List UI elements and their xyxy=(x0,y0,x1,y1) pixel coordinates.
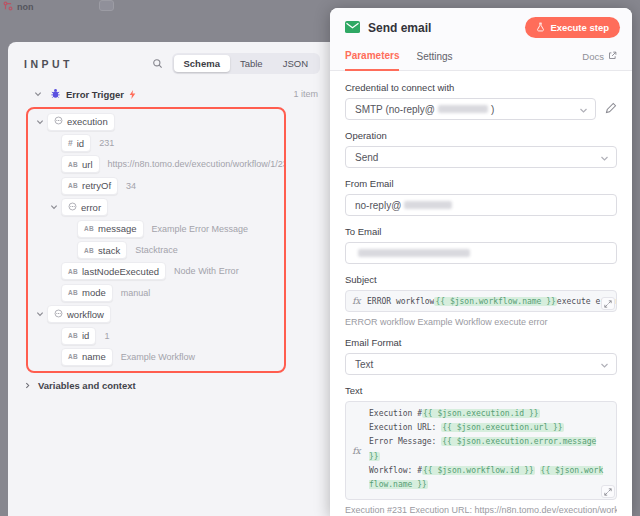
schema-row-mode[interactable]: ABmode manual xyxy=(28,282,284,303)
chevron-down-icon[interactable] xyxy=(47,203,61,211)
subject-preview: ERROR workflow Example Workflow execute … xyxy=(345,317,617,327)
tab-json[interactable]: JSON xyxy=(273,55,318,72)
schema-value: Node With Error xyxy=(174,266,239,276)
subject-label: Subject xyxy=(345,274,617,285)
schema-key-pill[interactable]: #id xyxy=(61,134,91,152)
schema-key-pill[interactable]: ABlastNodeExecuted xyxy=(61,262,166,280)
code-line: Workflow: #{{ $json.workflow.id }} {{ $j… xyxy=(369,464,606,492)
schema-value: Example Workflow xyxy=(121,352,195,362)
schema-key: mode xyxy=(82,287,106,298)
object-type-icon xyxy=(54,309,63,320)
schema-row-workflow-name[interactable]: ABname Example Workflow xyxy=(28,346,284,367)
schema-row-id[interactable]: #id 231 xyxy=(28,132,284,153)
schema-key-pill[interactable]: execution xyxy=(47,113,115,131)
schema-key-pill[interactable]: ABstack xyxy=(77,241,127,259)
schema-value: 34 xyxy=(126,181,136,191)
background-canvas-node: non xyxy=(3,1,34,13)
credential-value: SMTP (no-reply@ xyxy=(355,104,435,115)
schema-row-workflow[interactable]: workflow xyxy=(28,304,284,325)
text-expression-editor[interactable]: fx Execution #{{ $json.execution.id }} E… xyxy=(345,401,617,500)
schema-row-stack[interactable]: ABstack Stacktrace xyxy=(28,239,284,260)
docs-link[interactable]: Docs xyxy=(582,51,617,62)
chevron-down-icon[interactable] xyxy=(33,118,47,126)
from-email-label: From Email xyxy=(345,178,617,189)
schema-key-pill[interactable]: ABmode xyxy=(61,284,113,302)
chevron-down-icon[interactable] xyxy=(33,310,47,318)
schema-selection-highlight: execution #id 231 ABurl https://n8n.tomo… xyxy=(26,107,286,373)
schema-value: 1 xyxy=(104,331,109,341)
background-node-label: non xyxy=(17,2,34,12)
item-count: 1 item xyxy=(293,89,318,99)
to-email-input[interactable] xyxy=(345,242,617,264)
subject-expression-input[interactable]: fx ERROR workflow {{ $json.workflow.name… xyxy=(345,290,617,312)
schema-key-pill[interactable]: ABurl xyxy=(61,155,100,173)
node-details-panel: Send email Execute step Parameters Setti… xyxy=(330,8,632,516)
node-parameters-form: Credential to connect with SMTP (no-repl… xyxy=(330,71,632,516)
subject-text: ERROR workflow xyxy=(367,297,434,306)
schema-row-workflow-id[interactable]: ABid 1 xyxy=(28,325,284,346)
variables-and-context-label: Variables and context xyxy=(38,380,136,391)
expand-expression-icon[interactable] xyxy=(601,485,615,498)
schema-key: lastNodeExecuted xyxy=(82,266,159,277)
string-type-icon: AB xyxy=(68,182,78,189)
variables-and-context-toggle[interactable]: Variables and context xyxy=(8,373,330,391)
schema-key: stack xyxy=(98,245,120,256)
schema-key-pill[interactable]: error xyxy=(61,198,108,216)
lightning-icon xyxy=(129,85,136,103)
input-panel-title: INPUT xyxy=(24,58,152,70)
docs-label: Docs xyxy=(582,51,604,62)
text-preview: Execution #231 Execution URL: https://n8… xyxy=(345,505,617,515)
execute-step-button[interactable]: Execute step xyxy=(525,17,620,38)
schema-key-pill[interactable]: ABmessage xyxy=(77,220,144,238)
schema-value: Stacktrace xyxy=(135,245,178,255)
background-canvas-button xyxy=(99,0,114,11)
string-type-icon: AB xyxy=(68,161,78,168)
fx-icon: fx xyxy=(346,291,367,311)
schema-row-execution[interactable]: execution xyxy=(28,111,284,132)
bug-icon xyxy=(50,85,61,103)
operation-label: Operation xyxy=(345,130,617,141)
search-icon[interactable] xyxy=(152,58,163,69)
schema-value: Example Error Message xyxy=(152,224,249,234)
tab-settings[interactable]: Settings xyxy=(416,44,452,70)
subject-expression: {{ $json.workflow.name }} xyxy=(434,297,556,306)
schema-key: workflow xyxy=(67,309,104,320)
email-format-value: Text xyxy=(355,359,373,370)
schema-key: execution xyxy=(67,116,108,127)
schema-key: error xyxy=(81,202,101,213)
schema-row-retryof[interactable]: ABretryOf 34 xyxy=(28,175,284,196)
schema-key-pill[interactable]: workflow xyxy=(47,305,111,323)
schema-key-pill[interactable]: ABretryOf xyxy=(61,177,118,195)
schema-row-error[interactable]: error xyxy=(28,197,284,218)
from-email-input[interactable]: no-reply@ xyxy=(345,194,617,216)
input-panel-header: INPUT Schema Table JSON xyxy=(8,42,330,77)
expand-expression-icon[interactable] xyxy=(601,297,615,310)
schema-key-pill[interactable]: ABname xyxy=(61,348,113,366)
chevron-down-icon[interactable] xyxy=(31,90,45,98)
email-format-select[interactable]: Text xyxy=(345,353,617,375)
tab-table[interactable]: Table xyxy=(230,55,273,72)
tab-parameters[interactable]: Parameters xyxy=(345,43,399,71)
schema-key: id xyxy=(82,330,89,341)
display-mode-tabs: Schema Table JSON xyxy=(172,53,321,74)
string-type-icon: AB xyxy=(84,225,94,232)
node-title: Send email xyxy=(368,21,431,35)
schema-key-pill[interactable]: ABid xyxy=(61,327,96,345)
flask-icon xyxy=(536,22,545,34)
schema-row-url[interactable]: ABurl https://n8n.tomo.dev/execution/wor… xyxy=(28,154,284,175)
node-panel-header: Send email Execute step xyxy=(330,8,632,43)
schema-row-message[interactable]: ABmessage Example Error Message xyxy=(28,218,284,239)
schema-value: https://n8n.tomo.dev/execution/workflow/… xyxy=(108,159,284,169)
schema-row-lastnodeexecuted[interactable]: ABlastNodeExecuted Node With Error xyxy=(28,261,284,282)
operation-select[interactable]: Send xyxy=(345,146,617,168)
schema-value: manual xyxy=(121,288,151,298)
error-trigger-row[interactable]: Error Trigger 1 item xyxy=(8,77,330,103)
edit-credential-pencil-icon[interactable] xyxy=(605,100,617,118)
code-line: Execution #{{ $json.execution.id }} xyxy=(369,407,606,421)
tab-schema[interactable]: Schema xyxy=(174,55,230,72)
text-label: Text xyxy=(345,385,617,396)
trigger-node-name: Error Trigger xyxy=(66,89,124,100)
redacted-text xyxy=(404,201,452,209)
input-panel: INPUT Schema Table JSON Error Trigger 1 … xyxy=(8,42,330,516)
credential-select[interactable]: SMTP (no-reply@) xyxy=(345,98,596,120)
